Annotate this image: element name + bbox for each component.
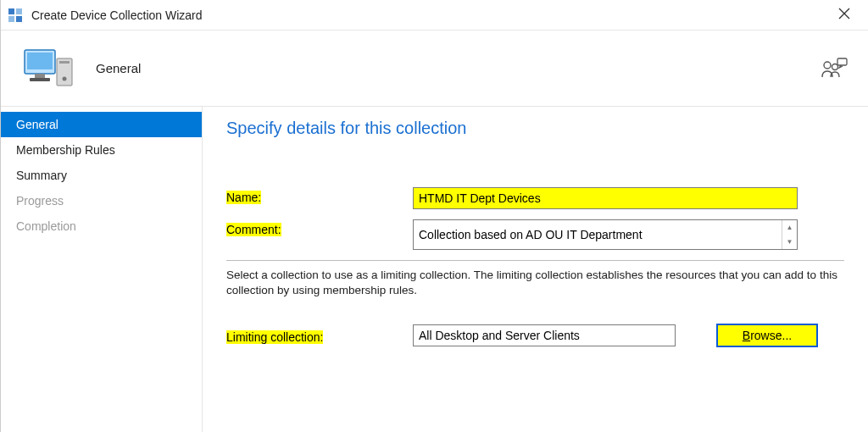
svg-point-11: [824, 62, 831, 69]
sidebar-item-completion: Completion: [1, 213, 202, 239]
svg-rect-2: [8, 16, 14, 22]
name-label: Name:: [226, 187, 413, 204]
limiting-collection-label: Limiting collection:: [226, 327, 413, 344]
limiting-help-text: Select a collection to use as a limiting…: [226, 268, 844, 298]
comment-scroll-up[interactable]: ▲: [782, 220, 797, 235]
svg-rect-3: [16, 16, 22, 22]
svg-rect-7: [30, 78, 50, 81]
svg-rect-5: [27, 53, 53, 69]
app-icon: [8, 8, 23, 23]
svg-rect-13: [837, 58, 847, 65]
comment-scroll-down[interactable]: ▼: [782, 235, 797, 249]
sidebar-item-general[interactable]: General: [1, 112, 202, 137]
svg-point-10: [63, 76, 67, 80]
separator: [226, 260, 844, 261]
users-speech-icon: [821, 57, 848, 80]
comment-input[interactable]: [414, 220, 782, 249]
svg-rect-0: [8, 8, 14, 14]
svg-rect-1: [16, 8, 22, 14]
sidebar-item-membership-rules[interactable]: Membership Rules: [1, 137, 202, 163]
svg-rect-9: [59, 61, 70, 64]
browse-button[interactable]: Browse...: [716, 324, 818, 347]
wizard-icon: [21, 45, 75, 92]
page-title: Specify details for this collection: [226, 119, 844, 138]
svg-rect-6: [35, 74, 45, 78]
svg-point-12: [832, 64, 838, 69]
limiting-collection-input[interactable]: [413, 324, 676, 346]
comment-label: Comment:: [226, 219, 413, 236]
wizard-steps-sidebar: General Membership Rules Summary Progres…: [1, 107, 203, 432]
close-button[interactable]: [827, 6, 861, 24]
sidebar-item-summary[interactable]: Summary: [1, 163, 202, 188]
name-input[interactable]: [413, 187, 798, 209]
sidebar-item-progress: Progress: [1, 188, 202, 213]
window-title: Create Device Collection Wizard: [31, 8, 827, 22]
header-step-name: General: [96, 61, 141, 75]
